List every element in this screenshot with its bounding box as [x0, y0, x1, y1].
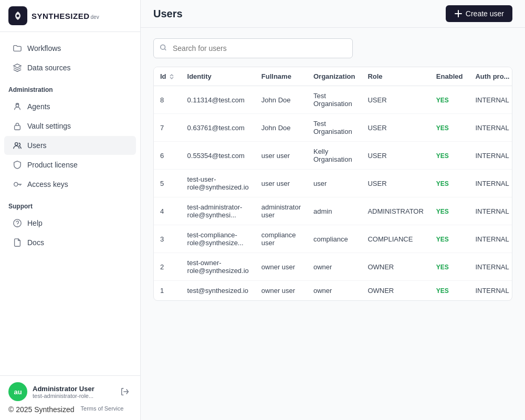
create-user-button[interactable]: Create user	[446, 5, 512, 22]
cell-role: USER	[361, 142, 429, 170]
footer-tos-link[interactable]: Terms of Service	[81, 405, 124, 414]
sidebar-users-label: Users	[27, 141, 47, 150]
svg-point-6	[161, 45, 165, 49]
footer-copyright: © 2025 Synthesized	[8, 405, 75, 414]
cell-fullname: John Doe	[255, 114, 307, 142]
col-header-organization: Organization	[307, 67, 361, 86]
sidebar-vault-label: Vault settings	[27, 122, 71, 130]
col-header-enabled: Enabled	[430, 67, 469, 86]
svg-point-1	[16, 104, 18, 107]
sidebar-nav: Workflows Data sources Administration Ag…	[0, 32, 140, 375]
cell-organization: Test Organisation	[307, 114, 361, 142]
sidebar-item-help[interactable]: Help	[4, 214, 136, 233]
cell-auth: INTERNAL	[469, 114, 512, 142]
table-row[interactable]: 7 0.63761@test.com John Doe Test Organis…	[154, 114, 512, 142]
col-header-id: Id	[154, 67, 181, 86]
cell-enabled: YES	[430, 114, 469, 142]
sort-icon	[169, 74, 175, 80]
cell-enabled: YES	[430, 225, 469, 253]
cell-role: USER	[361, 86, 429, 114]
docs-icon	[13, 238, 22, 247]
cell-enabled: YES	[430, 142, 469, 170]
cell-id: 8	[154, 86, 181, 114]
cell-organization: admin	[307, 197, 361, 225]
cell-enabled: YES	[430, 281, 469, 301]
cell-enabled: YES	[430, 197, 469, 225]
folder-icon	[13, 44, 22, 53]
cell-identity: 0.11314@test.com	[181, 86, 255, 114]
sidebar-item-datasources[interactable]: Data sources	[4, 58, 136, 77]
cell-id: 7	[154, 114, 181, 142]
cell-organization: user	[307, 170, 361, 197]
sidebar-access-keys-label: Access keys	[27, 180, 68, 188]
table-row[interactable]: 5 test-user-role@synthesized.io user use…	[154, 170, 512, 197]
search-wrapper	[153, 38, 353, 58]
table-row[interactable]: 6 0.55354@test.com user user Kelly Organ…	[154, 142, 512, 170]
cell-auth: INTERNAL	[469, 281, 512, 301]
table-row[interactable]: 3 test-compliance-role@synthesize... com…	[154, 225, 512, 253]
help-icon	[13, 218, 22, 228]
sidebar-datasources-label: Data sources	[27, 64, 70, 72]
table-row[interactable]: 2 test-owner-role@synthesized.io owner u…	[154, 253, 512, 281]
user-name: Administrator User	[33, 385, 113, 393]
app-badge: dev	[91, 14, 99, 20]
cell-organization: Test Organisation	[307, 86, 361, 114]
logout-button[interactable]	[118, 385, 132, 398]
cell-identity: test-compliance-role@synthesize...	[181, 225, 255, 253]
users-table: Id Identity Fullname Organization Role E…	[154, 67, 512, 300]
sidebar-item-access-keys[interactable]: Access keys	[4, 175, 136, 194]
cell-enabled: YES	[430, 253, 469, 281]
svg-point-3	[15, 143, 18, 145]
search-input[interactable]	[153, 38, 353, 58]
cell-fullname: user user	[255, 142, 307, 170]
users-icon	[13, 141, 22, 150]
layers-icon	[13, 63, 22, 72]
table-row[interactable]: 1 test@synthesized.io owner user owner O…	[154, 281, 512, 301]
sidebar-workflows-label: Workflows	[27, 44, 61, 52]
shield-icon	[13, 160, 22, 170]
cell-organization: owner	[307, 281, 361, 301]
sidebar-docs-label: Docs	[27, 238, 44, 247]
cell-auth: INTERNAL	[469, 197, 512, 225]
sidebar-item-docs[interactable]: Docs	[4, 233, 136, 252]
cell-organization: Kelly Organisation	[307, 142, 361, 170]
cell-identity: 0.55354@test.com	[181, 142, 255, 170]
admin-section-label: Administration	[0, 78, 140, 97]
cell-role: OWNER	[361, 281, 429, 301]
sidebar-item-product-license[interactable]: Product license	[4, 155, 136, 174]
users-table-container: Id Identity Fullname Organization Role E…	[153, 67, 512, 301]
table-body: 8 0.11314@test.com John Doe Test Organis…	[154, 86, 512, 301]
sidebar-item-users[interactable]: Users	[4, 136, 136, 155]
sidebar-item-vault[interactable]: Vault settings	[4, 117, 136, 135]
sidebar-help-label: Help	[27, 219, 43, 227]
cell-id: 1	[154, 281, 181, 301]
sidebar-item-workflows[interactable]: Workflows	[4, 39, 136, 58]
create-user-button-label: Create user	[466, 9, 504, 18]
footer-links: © 2025 Synthesized Terms of Service	[8, 405, 132, 414]
app-name: SYNTHESIZED	[32, 12, 90, 20]
col-header-identity: Identity	[181, 67, 255, 86]
sidebar-item-agents[interactable]: Agents	[4, 97, 136, 116]
cell-role: OWNER	[361, 253, 429, 281]
cell-enabled: YES	[430, 170, 469, 197]
cell-fullname: compliance user	[255, 225, 307, 253]
cell-id: 3	[154, 225, 181, 253]
main-header: Users Create user	[141, 0, 525, 28]
table-header: Id Identity Fullname Organization Role E…	[154, 67, 512, 86]
table-row[interactable]: 4 test-administrator-role@synthesi... ad…	[154, 197, 512, 225]
cell-identity: test-user-role@synthesized.io	[181, 170, 255, 197]
col-header-auth: Auth pro...	[469, 67, 512, 86]
sidebar-product-license-label: Product license	[27, 161, 78, 169]
main-scrollable-content: Id Identity Fullname Organization Role E…	[141, 28, 525, 420]
cell-identity: test-administrator-role@synthesi...	[181, 197, 255, 225]
avatar: au	[8, 382, 27, 401]
cell-identity: test@synthesized.io	[181, 281, 255, 301]
cell-fullname: user user	[255, 170, 307, 197]
table-row[interactable]: 8 0.11314@test.com John Doe Test Organis…	[154, 86, 512, 114]
user-email: test-administrator-role...	[33, 393, 113, 399]
agent-icon	[13, 102, 22, 111]
cell-auth: INTERNAL	[469, 86, 512, 114]
cell-fullname: owner user	[255, 253, 307, 281]
cell-organization: compliance	[307, 225, 361, 253]
cell-id: 5	[154, 170, 181, 197]
